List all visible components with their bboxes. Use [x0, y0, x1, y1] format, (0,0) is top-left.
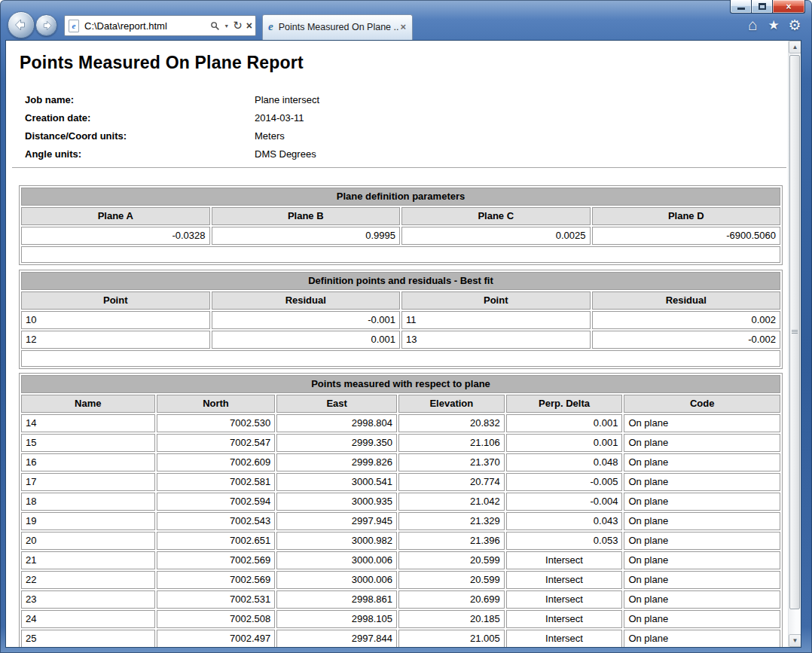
favorites-icon[interactable]: ★: [766, 17, 781, 33]
table-row: 147002.5302998.80420.8320.001On plane: [21, 414, 780, 432]
table-header-row: PointResidualPointResidual: [21, 291, 780, 310]
table-cell: On plane: [624, 571, 780, 589]
residuals-table: Definition points and residuals - Best f…: [19, 270, 783, 369]
table-cell: 0.001: [212, 331, 401, 349]
address-bar[interactable]: e C:\Data\report.html ▼ ↻ ×: [64, 15, 256, 36]
table-cell: 7002.569: [157, 551, 276, 569]
job-info-value: DMS Degrees: [255, 148, 316, 160]
spacer-cell: [21, 246, 780, 263]
table-cell: 20.832: [398, 414, 505, 432]
table-cell: -6900.5060: [592, 227, 781, 245]
table-row: 157002.5472999.35021.1060.001On plane: [21, 434, 780, 452]
table-cell: 0.0025: [401, 227, 591, 245]
column-header: Point: [21, 291, 210, 310]
search-icon[interactable]: [210, 21, 220, 31]
scrollbar-thumb[interactable]: [789, 55, 800, 609]
magnifier-glyph: [210, 21, 220, 31]
table-row: 197002.5432997.94521.3290.043On plane: [21, 512, 780, 530]
table-cell: 20.699: [398, 590, 505, 609]
refresh-icon[interactable]: ↻: [233, 20, 243, 31]
job-info-label: Creation date:: [25, 112, 255, 124]
browser-toolbar[interactable]: e C:\Data\report.html ▼ ↻ × e Points Mea…: [0, 0, 812, 40]
column-header: East: [276, 395, 397, 413]
table-cell: Intersect: [506, 630, 623, 647]
table-cell: 21.042: [398, 493, 505, 511]
browser-viewport: Points Measured On Plane Report Job name…: [5, 40, 801, 648]
back-button[interactable]: [8, 11, 35, 38]
table-cell: 24: [21, 610, 155, 628]
job-info-label: Distance/Coord units:: [25, 130, 255, 142]
vertical-scrollbar[interactable]: ▲ ▼: [788, 41, 801, 647]
address-dropdown-icon[interactable]: ▼: [224, 23, 229, 29]
table-cell: On plane: [624, 453, 780, 471]
job-info-row: Distance/Coord units:Meters: [25, 127, 788, 145]
spacer-row: [21, 350, 780, 367]
table-cell: 0.9995: [212, 227, 401, 245]
column-header: Plane A: [21, 207, 210, 225]
table-cell: 2999.350: [276, 434, 397, 452]
table-cell: 22: [21, 571, 155, 589]
table-row: 167002.6092999.82621.3700.048On plane: [21, 453, 780, 471]
table-cell: Intersect: [506, 551, 623, 569]
table-cell: 7002.508: [157, 610, 276, 628]
job-info-row: Creation date:2014-03-11: [25, 108, 788, 127]
table-cell: 7002.543: [157, 512, 276, 530]
table-cell: 3000.006: [276, 551, 397, 569]
table-cell: 2998.105: [276, 610, 397, 628]
table-cell: 20.774: [398, 473, 505, 491]
table-title: Definition points and residuals - Best f…: [21, 272, 780, 290]
table-cell: On plane: [624, 473, 780, 491]
scroll-up-button[interactable]: ▲: [789, 41, 801, 53]
column-header: Code: [624, 395, 780, 413]
spacer-cell: [21, 350, 780, 367]
table-cell: 23: [21, 590, 155, 609]
table-header-row: Plane APlane BPlane CPlane D: [21, 207, 780, 225]
table-row: 237002.5312998.86120.699IntersectOn plan…: [21, 590, 780, 609]
table-cell: 11: [401, 311, 591, 329]
job-info-value: 2014-03-11: [255, 112, 304, 124]
table-cell: 21.370: [398, 453, 505, 471]
table-cell: 20.599: [398, 571, 505, 589]
table-cell: 3000.935: [276, 493, 397, 511]
table-row: 257002.4972997.84421.005IntersectOn plan…: [21, 630, 780, 647]
back-arrow-icon: [13, 17, 29, 33]
tab-points-report[interactable]: e Points Measured On Plane ... ×: [262, 14, 413, 40]
table-cell: 2998.804: [276, 414, 397, 432]
table-cell: 14: [21, 414, 155, 432]
table-cell: On plane: [624, 512, 780, 530]
page-favicon-icon: e: [69, 20, 79, 32]
table-title: Points measured with respect to plane: [21, 375, 780, 393]
home-icon[interactable]: ⌂: [745, 17, 760, 33]
table-cell: 0.048: [506, 453, 623, 471]
scroll-down-button[interactable]: ▼: [789, 634, 801, 647]
table-cell: On plane: [624, 532, 780, 550]
table-cell: On plane: [624, 630, 780, 647]
table-cell: 3000.982: [276, 532, 397, 550]
table-cell: 20.185: [398, 610, 505, 628]
address-input[interactable]: C:\Data\report.html: [84, 20, 206, 32]
table-cell: 0.053: [506, 532, 623, 550]
scroll-up-icon: ▲: [792, 44, 798, 50]
table-cell: 2997.844: [276, 630, 397, 647]
table-cell: 7002.531: [157, 590, 276, 609]
table-cell: 21.005: [398, 630, 505, 647]
table-cell: 20.599: [398, 551, 505, 569]
column-header: Perp. Delta: [506, 395, 623, 413]
tab-close-icon[interactable]: ×: [398, 21, 408, 32]
table-row: 177002.5813000.54120.774-0.005On plane: [21, 473, 780, 491]
job-info-label: Angle units:: [25, 148, 255, 160]
forward-button[interactable]: [35, 14, 57, 36]
column-header: Plane C: [401, 207, 591, 225]
stop-icon[interactable]: ×: [246, 20, 252, 32]
job-info-list: Job name:Plane intersectCreation date:20…: [25, 90, 788, 163]
column-header: Plane B: [212, 207, 401, 225]
table-cell: 0.043: [506, 512, 623, 530]
table-header-row: NameNorthEastElevationPerp. DeltaCode: [21, 395, 780, 413]
ie-logo-icon: e: [268, 20, 273, 33]
table-cell: 2997.945: [276, 512, 397, 530]
table-cell: 19: [21, 512, 155, 530]
tools-gear-icon[interactable]: ⚙: [787, 17, 802, 33]
scroll-down-icon: ▼: [792, 637, 798, 644]
table-cell: 7002.581: [157, 473, 276, 491]
table-cell: On plane: [624, 610, 780, 628]
